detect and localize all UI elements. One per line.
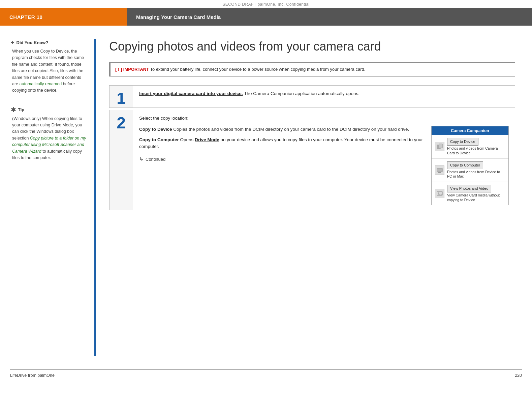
continued-text: Continued: [146, 156, 165, 163]
important-text: To extend your battery life, connect you…: [150, 67, 366, 72]
cc-item-view-photos: View Photos and Video View Camera Card m…: [432, 182, 508, 205]
chapter-title: Managing Your Camera Card Media: [127, 8, 532, 26]
step-2-number: 2: [109, 110, 133, 210]
step-1-normal: The Camera Companion application automat…: [244, 91, 359, 96]
auto-renamed-text: automatically renamed: [20, 82, 62, 86]
page-title: Copying photos and videos from your came…: [109, 39, 515, 54]
content-area: Copying photos and videos from your came…: [94, 39, 532, 356]
cc-view-photos-desc: View Camera Card media without copying t…: [447, 193, 505, 202]
step-1-inner: 1 Insert your digital camera card into y…: [109, 86, 515, 108]
asterisk-icon: ✱: [11, 106, 16, 114]
important-label: IMPORTANT: [123, 67, 149, 72]
copy-to-device-text: Copies the photos and videos from the DC…: [173, 127, 409, 132]
step-1-content: Insert your digital camera card into you…: [133, 86, 515, 108]
drive-mode-link: Drive Mode: [195, 137, 219, 142]
svg-rect-3: [438, 172, 441, 173]
svg-rect-1: [439, 144, 442, 148]
important-bracket: [ ! ]: [115, 67, 122, 72]
step-2-text: Copy to Device Copies the photos and vid…: [139, 126, 425, 206]
svg-rect-2: [437, 168, 442, 172]
copy-to-computer-text: Opens: [180, 137, 195, 142]
important-box: [ ! ] IMPORTANT To extend your battery l…: [109, 62, 515, 77]
copy-to-device-section: Copy to Device Copies the photos and vid…: [139, 126, 425, 133]
sidebar: + Did You Know? When you use Copy to Dev…: [0, 39, 94, 356]
cc-copy-device-desc: Photos and videos from Camera Card to De…: [447, 146, 505, 155]
tip-heading: Tip: [18, 107, 24, 112]
cc-view-photos-btn[interactable]: View Photos and Video: [447, 185, 491, 192]
did-you-know-label: + Did You Know?: [11, 39, 86, 46]
continued-arrow-icon: ↳: [139, 155, 144, 163]
step-2-body: Copy to Device Copies the photos and vid…: [139, 126, 509, 206]
cc-copy-computer-desc: Photos and videos from Device to PC or M…: [447, 170, 505, 179]
step-1-number: 1: [109, 86, 133, 108]
watermark: SECOND DRAFT palmOne, Inc. Confidential: [0, 0, 532, 8]
step-1-container: 1 Insert your digital camera card into y…: [109, 85, 515, 108]
step-2-container: 2 Select the copy location: Copy to Devi…: [109, 110, 515, 211]
tip-section: ✱ Tip (Windows only) When copying files …: [11, 106, 86, 161]
cc-copy-device-text: Copy to Device Photos and videos from Ca…: [447, 138, 505, 155]
copy-to-device-heading: Copy to Device: [139, 127, 172, 132]
plus-icon: +: [11, 39, 14, 46]
footer-right: 220: [515, 373, 522, 378]
did-you-know-section: + Did You Know? When you use Copy to Dev…: [11, 39, 86, 94]
cc-copy-device-btn[interactable]: Copy to Device: [447, 138, 478, 146]
cc-view-photos-text: View Photos and Video View Camera Card m…: [447, 185, 505, 202]
cc-titlebar: Camera Companion: [432, 126, 508, 135]
cc-item-copy-to-computer: Copy to Computer Photos and videos from …: [432, 159, 508, 182]
cc-copy-computer-btn[interactable]: Copy to Computer: [447, 161, 483, 169]
tip-label: ✱ Tip: [11, 106, 86, 114]
copy-to-computer-section: Copy to Computer Opens Drive Mode on you…: [139, 136, 425, 151]
tip-text: (Windows only) When copying files to you…: [11, 116, 86, 161]
copy-to-computer-heading: Copy to Computer: [139, 137, 179, 142]
footer-left: LifeDrive from palmOne: [10, 373, 55, 378]
cc-copy-computer-icon: [435, 165, 444, 175]
step-2-content: Select the copy location: Copy to Device…: [133, 110, 515, 210]
did-you-know-text: When you use Copy to Device, the program…: [11, 48, 86, 94]
camera-companion-ui: Camera Companion Copy to Device Photos a…: [431, 126, 509, 206]
continued: ↳ Continued: [139, 155, 425, 163]
step-2-inner: 2 Select the copy location: Copy to Devi…: [109, 110, 515, 210]
did-you-know-heading: Did You Know?: [17, 40, 49, 45]
chapter-label: CHAPTER 10: [0, 8, 127, 26]
cc-copy-device-icon: [435, 142, 444, 151]
cc-copy-computer-text: Copy to Computer Photos and videos from …: [447, 161, 505, 179]
cc-item-copy-to-device: Copy to Device Photos and videos from Ca…: [432, 135, 508, 158]
header-bar: CHAPTER 10 Managing Your Camera Card Med…: [0, 8, 532, 26]
italic-tip-text: Copy picture to a folder on my computer …: [12, 136, 86, 154]
main-content: + Did You Know? When you use Copy to Dev…: [0, 26, 532, 356]
select-heading: Select the copy location:: [139, 115, 509, 122]
step-1-bold: Insert your digital camera card into you…: [139, 91, 243, 96]
cc-view-photos-icon: [435, 189, 444, 198]
footer: LifeDrive from palmOne 220: [10, 369, 522, 381]
